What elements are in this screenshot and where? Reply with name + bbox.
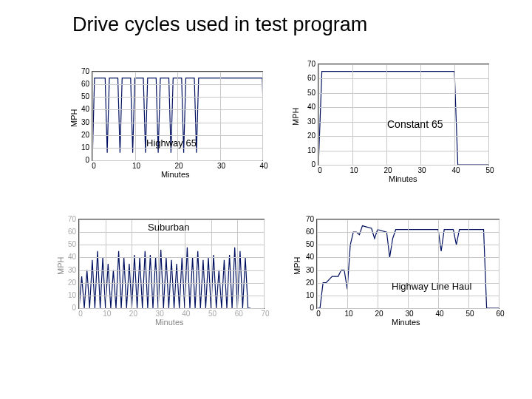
gridline-v: [378, 219, 378, 308]
gridline-v: [317, 219, 318, 308]
tick-y: 50: [301, 89, 316, 97]
chart-label: Constant 65: [387, 118, 443, 130]
tick-x: 0: [86, 162, 101, 170]
tick-y: 50: [75, 92, 89, 100]
gridline-h: [318, 136, 488, 137]
gridline-v: [264, 219, 265, 308]
gridline-v: [106, 219, 106, 308]
gridline-v: [220, 72, 221, 160]
gridline-v: [237, 219, 238, 308]
gridline-h: [318, 107, 488, 108]
tick-x: 0: [73, 310, 88, 318]
tick-y: 20: [75, 131, 89, 139]
y-axis-label: MPH: [291, 108, 300, 126]
tick-y: 40: [299, 253, 314, 261]
tick-y: 10: [299, 291, 314, 299]
tick-y: 70: [61, 215, 76, 223]
gridline-h: [92, 160, 262, 161]
gridline-v: [158, 219, 159, 308]
tick-x: 10: [341, 310, 356, 318]
tick-x: 30: [152, 310, 167, 318]
gridline-h: [318, 165, 488, 166]
tick-y: 70: [301, 60, 316, 68]
gridline-h: [79, 245, 264, 245]
gridline-v: [211, 219, 212, 308]
gridline-h: [318, 64, 488, 65]
y-axis-label: MPH: [293, 257, 301, 275]
tick-y: 60: [75, 80, 89, 88]
gridline-v: [79, 219, 80, 308]
gridline-h: [79, 308, 264, 309]
tick-x: 70: [258, 310, 273, 318]
tick-y: 30: [301, 117, 316, 126]
tick-x: 0: [311, 310, 326, 318]
page-title: Drive cycles used in test program: [72, 13, 367, 36]
gridline-v: [408, 219, 409, 308]
tick-x: 40: [449, 166, 463, 174]
gridline-v: [454, 64, 455, 165]
chart-constant-65: 01020304050607001020304050 MPH Minutes C…: [287, 59, 501, 192]
gridline-h: [318, 78, 488, 79]
chart-label: Suburban: [148, 222, 189, 233]
tick-x: 0: [313, 166, 327, 174]
tick-x: 30: [415, 166, 429, 174]
tick-x: 60: [231, 310, 246, 318]
tick-x: 20: [171, 162, 186, 170]
x-axis-label: Minutes: [161, 170, 190, 179]
tick-x: 10: [347, 166, 361, 174]
plot-area: 0102030405060700102030405060: [316, 219, 499, 309]
y-axis-label: MPH: [69, 109, 78, 127]
tick-y: 20: [299, 279, 314, 287]
tick-x: 10: [100, 310, 115, 318]
gridline-v: [352, 64, 353, 165]
tick-y: 10: [61, 291, 76, 299]
tick-x: 40: [256, 162, 271, 170]
tick-x: 20: [372, 310, 386, 318]
gridline-v: [468, 219, 469, 308]
gridline-h: [318, 151, 488, 151]
tick-x: 50: [463, 310, 477, 318]
gridline-h: [79, 270, 264, 271]
tick-x: 40: [179, 310, 194, 318]
chart-suburban: 010203040506070010203040506070 MPH Minut…: [52, 214, 273, 332]
gridline-h: [79, 296, 264, 296]
tick-y: 60: [301, 74, 316, 82]
gridline-v: [262, 72, 263, 160]
gridline-v: [488, 64, 489, 165]
tick-x: 60: [493, 310, 508, 318]
tick-x: 10: [129, 162, 144, 170]
tick-y: 70: [299, 215, 314, 223]
gridline-v: [318, 64, 319, 165]
x-axis-label: Minutes: [389, 174, 417, 183]
chart-label: Highway Line Haul: [392, 281, 471, 292]
tick-x: 30: [214, 162, 229, 170]
tick-y: 50: [61, 240, 76, 248]
gridline-h: [318, 93, 488, 94]
tick-y: 10: [75, 143, 89, 151]
tick-y: 10: [301, 146, 316, 154]
gridline-v: [386, 64, 387, 165]
tick-x: 20: [381, 166, 395, 174]
y-axis-label: MPH: [56, 257, 65, 275]
tick-x: 50: [205, 310, 220, 318]
tick-y: 20: [61, 279, 76, 287]
tick-x: 30: [402, 310, 417, 318]
tick-x: 40: [432, 310, 447, 318]
gridline-v: [347, 219, 348, 308]
tick-y: 60: [299, 228, 314, 236]
tick-y: 30: [299, 266, 314, 274]
gridline-v: [499, 219, 499, 308]
tick-y: 50: [299, 240, 314, 248]
tick-y: 70: [75, 67, 89, 75]
gridline-h: [79, 257, 264, 258]
tick-y: 20: [301, 132, 316, 140]
gridline-h: [79, 283, 264, 284]
tick-x: 50: [482, 166, 497, 174]
x-axis-label: Minutes: [392, 318, 420, 327]
gridline-v: [92, 72, 93, 160]
gridline-h: [79, 219, 264, 220]
x-axis-label: Minutes: [155, 318, 184, 327]
plot-area: 01020304050607001020304050: [318, 64, 489, 166]
gridline-v: [135, 72, 136, 160]
chart-label: Highway 65: [146, 137, 197, 149]
